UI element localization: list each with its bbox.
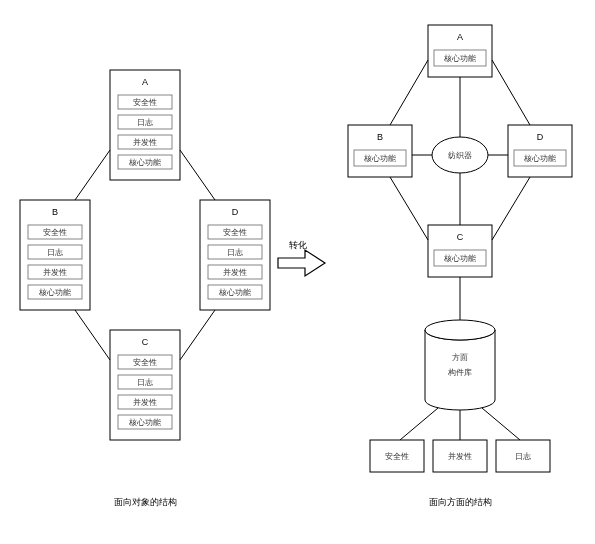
svg-text:构件库: 构件库: [447, 368, 472, 377]
svg-text:核心功能: 核心功能: [128, 158, 161, 167]
conn-B-C: [390, 177, 428, 240]
arrow-label: 转化: [289, 240, 307, 250]
module-A: A 安全性 日志 并发性 核心功能: [110, 70, 180, 180]
svg-text:C: C: [457, 232, 464, 242]
connector-B-C: [75, 310, 110, 360]
module-B: B 安全性 日志 并发性 核心功能: [20, 200, 90, 310]
left-caption: 面向对象的结构: [114, 497, 177, 507]
aspect-module-C: C 核心功能: [428, 225, 492, 277]
svg-text:安全性: 安全性: [385, 452, 409, 461]
module-D: D 安全性 日志 并发性 核心功能: [200, 200, 270, 310]
transform-arrow: [278, 250, 325, 276]
right-caption: 面向方面的结构: [429, 497, 492, 507]
svg-text:A: A: [457, 32, 463, 42]
svg-text:方面: 方面: [452, 353, 468, 362]
aspect-concurrency: 并发性: [433, 440, 487, 472]
svg-text:安全性: 安全性: [43, 228, 67, 237]
conn-lib-aspect3: [482, 408, 520, 440]
svg-text:并发性: 并发性: [448, 452, 472, 461]
svg-text:B: B: [377, 132, 383, 142]
svg-text:安全性: 安全性: [223, 228, 247, 237]
svg-text:并发性: 并发性: [133, 398, 157, 407]
module-B-title: B: [52, 207, 58, 217]
svg-text:核心功能: 核心功能: [128, 418, 161, 427]
svg-text:日志: 日志: [47, 248, 63, 257]
module-C: C 安全性 日志 并发性 核心功能: [110, 330, 180, 440]
connector-A-D: [180, 150, 215, 200]
conn-lib-aspect1: [400, 408, 438, 440]
svg-text:并发性: 并发性: [133, 138, 157, 147]
aspect-module-D: D 核心功能: [508, 125, 572, 177]
aspect-module-B: B 核心功能: [348, 125, 412, 177]
weaver-label: 纺织器: [448, 151, 472, 160]
conn-D-C: [492, 177, 530, 240]
svg-point-52: [425, 320, 495, 340]
svg-text:核心功能: 核心功能: [363, 154, 396, 163]
module-A-title: A: [142, 77, 148, 87]
svg-text:安全性: 安全性: [133, 358, 157, 367]
aspect-security: 安全性: [370, 440, 424, 472]
aspect-module-A: A 核心功能: [428, 25, 492, 77]
connector-D-C: [180, 310, 215, 360]
svg-text:日志: 日志: [515, 452, 531, 461]
module-D-title: D: [232, 207, 239, 217]
svg-text:日志: 日志: [137, 378, 153, 387]
svg-text:核心功能: 核心功能: [38, 288, 71, 297]
svg-text:日志: 日志: [137, 118, 153, 127]
svg-text:D: D: [537, 132, 544, 142]
svg-text:核心功能: 核心功能: [523, 154, 556, 163]
svg-text:核心功能: 核心功能: [218, 288, 251, 297]
conn-A-B: [390, 60, 428, 125]
aspect-logging: 日志: [496, 440, 550, 472]
conn-A-D: [492, 60, 530, 125]
svg-text:日志: 日志: [227, 248, 243, 257]
svg-text:核心功能: 核心功能: [443, 254, 476, 263]
module-C-title: C: [142, 337, 149, 347]
svg-text:核心功能: 核心功能: [443, 54, 476, 63]
svg-text:并发性: 并发性: [43, 268, 67, 277]
aspect-library: 方面 构件库: [425, 320, 495, 410]
svg-text:安全性: 安全性: [133, 98, 157, 107]
svg-text:并发性: 并发性: [223, 268, 247, 277]
connector-A-B: [75, 150, 110, 200]
